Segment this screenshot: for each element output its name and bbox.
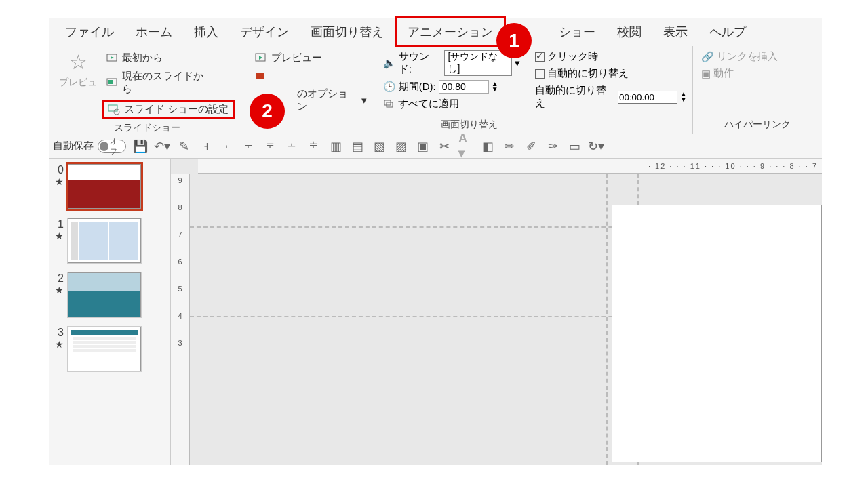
transition-gallery[interactable] xyxy=(251,68,371,83)
align-right-icon[interactable]: ⫟ xyxy=(241,139,256,154)
auto-after-input[interactable] xyxy=(618,91,677,104)
setup-slideshow-label: スライド ショーの設定 xyxy=(124,103,229,116)
action-button[interactable]: ▣ 動作 xyxy=(701,67,778,80)
format-painter-icon[interactable]: ✎ xyxy=(176,139,191,154)
svg-point-4 xyxy=(114,109,119,115)
monitor-current-icon xyxy=(106,77,118,89)
from-beginning-button[interactable]: 最初から xyxy=(102,50,235,66)
ribbon-tabs: ファイル ホーム 挿入 デザイン 画面切り替え アニメーション ショー 校閲 表… xyxy=(49,18,822,46)
save-icon[interactable]: 💾 xyxy=(133,139,148,154)
group-label-slideshow: スライドショー xyxy=(54,119,239,137)
action-label: 動作 xyxy=(713,67,734,80)
powerpoint-window: ファイル ホーム 挿入 デザイン 画面切り替え アニメーション ショー 校閲 表… xyxy=(49,18,822,465)
bring-front-icon[interactable]: ▧ xyxy=(372,139,387,154)
from-beginning-label: 最初から xyxy=(122,52,163,64)
pen-icon[interactable]: ✐ xyxy=(524,139,538,154)
tab-design[interactable]: デザイン xyxy=(229,18,300,45)
chevron-down-icon[interactable]: ▾ xyxy=(515,57,520,69)
transition-icon xyxy=(255,70,267,82)
callout-badge-1: 1 xyxy=(496,23,532,58)
align-left-icon[interactable]: ⫞ xyxy=(198,139,213,154)
sound-combo[interactable]: [サウンドなし] xyxy=(444,50,511,76)
group-transitions: プレビュー のオプション ▾ 🔈 xyxy=(245,46,693,134)
link-icon: 🔗 xyxy=(701,51,714,63)
align-top-icon[interactable]: ⫧ xyxy=(263,139,278,154)
group-hyperlink: 🔗 リンクを挿入 ▣ 動作 ハイパーリンク xyxy=(693,46,822,134)
tab-view[interactable]: 表示 xyxy=(652,18,698,45)
spinner-icon[interactable]: ▲▼ xyxy=(680,92,687,102)
callout-badge-2: 2 xyxy=(250,94,285,129)
ribbon: ☆ プレビュ 最初から 現在のスライドから xyxy=(49,46,822,134)
slide-thumb xyxy=(68,164,141,209)
thumbnail-3[interactable]: 3★ xyxy=(52,327,167,371)
workspace: 0★ 1★ 2★ 3★ · 12 · · · 11 · · · 10 · · ·… xyxy=(49,159,822,465)
tab-animations[interactable]: アニメーション xyxy=(395,16,506,47)
group-slideshow: ☆ プレビュ 最初から 現在のスライドから xyxy=(49,46,245,134)
slide-thumb xyxy=(68,327,141,371)
autosave-toggle[interactable]: 自動保存 オフ xyxy=(53,140,126,153)
horizontal-ruler: · 12 · · · 11 · · · 10 · · · 9 · · · 8 ·… xyxy=(198,159,822,174)
checkbox-autoafter[interactable] xyxy=(535,69,545,79)
distribute-h-icon[interactable]: ▥ xyxy=(328,139,343,154)
slide-thumb xyxy=(68,272,141,317)
svg-rect-3 xyxy=(108,105,117,111)
duration-input[interactable] xyxy=(439,80,489,94)
star-icon: ☆ xyxy=(69,50,87,74)
undo-icon[interactable]: ↶▾ xyxy=(155,139,170,154)
selection-pane-icon[interactable]: ▣ xyxy=(415,139,430,154)
send-back-icon[interactable]: ▨ xyxy=(393,139,408,154)
slide-surface[interactable] xyxy=(612,205,822,462)
transition-preview-label: プレビュー xyxy=(271,52,322,64)
apply-all-icon xyxy=(383,98,395,110)
on-click-label: クリック時 xyxy=(547,50,598,63)
preview-label: プレビュ xyxy=(59,77,97,89)
crop-icon[interactable]: ✂ xyxy=(437,139,452,154)
highlighter-icon[interactable]: ✏ xyxy=(502,139,517,154)
more-icon[interactable]: ↻▾ xyxy=(589,139,604,154)
transition-preview-button[interactable]: プレビュー xyxy=(251,50,371,66)
align-center-h-icon[interactable]: ⫠ xyxy=(220,139,235,154)
insert-link-button[interactable]: 🔗 リンクを挿入 xyxy=(701,50,778,63)
from-current-button[interactable]: 現在のスライドから xyxy=(102,68,217,97)
auto-after-check-label: 自動的に切り替え xyxy=(547,67,629,80)
thumbnail-2[interactable]: 2★ xyxy=(52,272,167,317)
quick-access-toolbar: 自動保存 オフ 💾 ↶▾ ✎ ⫞ ⫠ ⫟ ⫧ ⫨ ⫩ ▥ ▤ ▧ ▨ ▣ ✂ A… xyxy=(49,134,822,159)
auto-after-row-label: 自動的に切り替え xyxy=(535,84,615,110)
tab-home[interactable]: ホーム xyxy=(125,18,183,45)
spinner-icon[interactable]: ▲▼ xyxy=(492,81,498,92)
sound-row: 🔈 サウンド: [サウンドなし] ▾ xyxy=(383,50,520,76)
tab-transitions[interactable]: 画面切り替え xyxy=(300,18,395,45)
chevron-down-icon: ▾ xyxy=(361,94,367,106)
checkbox-onclick[interactable] xyxy=(535,52,545,62)
slide-editor: · 12 · · · 11 · · · 10 · · · 9 · · · 8 ·… xyxy=(171,159,822,465)
effect-options-label: のオプション xyxy=(297,87,357,113)
group-label-hyperlink: ハイパーリンク xyxy=(698,116,816,134)
slide-thumb xyxy=(68,218,141,263)
tab-help[interactable]: ヘルプ xyxy=(698,18,757,45)
setup-slideshow-button[interactable]: スライド ショーの設定 xyxy=(102,100,235,119)
tab-review[interactable]: 校閲 xyxy=(606,18,652,45)
tab-file[interactable]: ファイル xyxy=(54,18,125,45)
autosave-label: 自動保存 xyxy=(53,140,94,152)
distribute-v-icon[interactable]: ▤ xyxy=(350,139,365,154)
eraser-icon[interactable]: ◧ xyxy=(480,139,495,154)
preview-button[interactable]: ☆ プレビュ xyxy=(54,50,102,89)
on-click-row[interactable]: クリック時 xyxy=(535,50,687,63)
ink-icon[interactable]: ✑ xyxy=(545,139,560,154)
tab-slideshow[interactable]: ショー xyxy=(548,18,606,45)
apply-all-button[interactable]: すべてに適用 xyxy=(383,98,520,110)
svg-rect-6 xyxy=(256,73,264,79)
preview-play-icon xyxy=(255,52,267,64)
thumbnail-0[interactable]: 0★ xyxy=(52,164,167,209)
tab-insert[interactable]: 挿入 xyxy=(183,18,229,45)
auto-after-check-row[interactable]: 自動的に切り替え xyxy=(535,67,687,80)
monitor-play-icon xyxy=(106,52,118,64)
slide-canvas[interactable] xyxy=(190,174,822,465)
align-bottom-icon[interactable]: ⫩ xyxy=(307,139,321,154)
align-middle-icon[interactable]: ⫨ xyxy=(285,139,300,154)
duration-row: 🕒 期間(D): ▲▼ xyxy=(383,80,520,94)
thumbnail-1[interactable]: 1★ xyxy=(52,218,167,263)
monitor-gear-icon xyxy=(108,104,120,116)
font-icon[interactable]: A ▾ xyxy=(458,139,473,154)
shape-icon[interactable]: ▭ xyxy=(567,139,582,154)
